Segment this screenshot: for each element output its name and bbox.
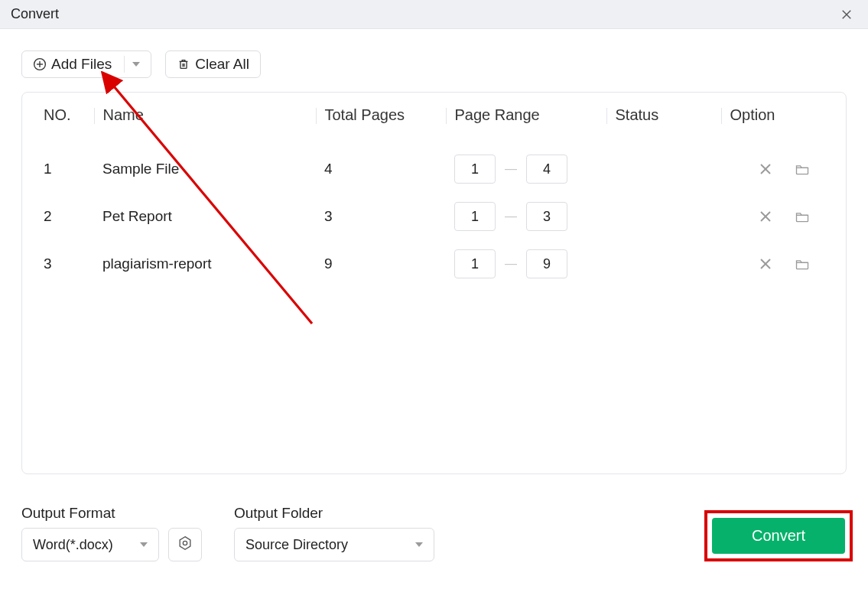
chevron-down-icon	[140, 542, 148, 547]
convert-highlight: Convert	[704, 510, 853, 561]
cell-name: plagiarism-report	[95, 240, 317, 288]
range-dash: —	[505, 210, 517, 223]
page-range-to-input[interactable]	[526, 249, 567, 278]
file-table: NO. Name Total Pages Page Range Status O…	[21, 92, 847, 474]
close-icon[interactable]	[836, 4, 857, 25]
toolbar: Add Files Clear All	[21, 50, 847, 78]
col-header-option: Option	[722, 93, 846, 145]
col-header-no: NO.	[22, 93, 95, 145]
window-title: Convert	[11, 6, 59, 22]
col-header-total-pages: Total Pages	[317, 93, 447, 145]
gear-icon	[177, 535, 193, 555]
open-folder-button[interactable]	[794, 161, 811, 177]
range-dash: —	[505, 257, 517, 271]
cell-total-pages: 3	[317, 193, 447, 240]
open-folder-button[interactable]	[794, 255, 811, 272]
output-folder-value: Source Directory	[245, 537, 405, 553]
cell-total-pages: 4	[317, 145, 447, 193]
col-header-status: Status	[607, 93, 722, 145]
remove-row-button[interactable]	[757, 161, 774, 177]
output-folder-label: Output Folder	[234, 505, 434, 522]
plus-circle-icon	[33, 57, 47, 71]
add-files-label: Add Files	[51, 56, 112, 73]
col-header-name: Name	[95, 93, 317, 145]
svg-marker-16	[180, 536, 190, 549]
cell-no: 3	[22, 240, 95, 288]
titlebar: Convert	[0, 0, 868, 29]
remove-row-button[interactable]	[757, 208, 774, 225]
table-row: 1 Sample File 4 —	[22, 145, 846, 193]
clear-all-button[interactable]: Clear All	[165, 50, 261, 78]
output-format-select[interactable]: Word(*.docx)	[21, 528, 159, 561]
cell-name: Sample File	[95, 145, 317, 193]
table-row: 3 plagiarism-report 9 —	[22, 240, 846, 288]
table-row: 2 Pet Report 3 —	[22, 193, 846, 240]
page-range-from-input[interactable]	[454, 249, 496, 278]
trash-icon	[177, 57, 190, 71]
output-format-value: Word(*.docx)	[33, 537, 129, 553]
page-range-from-input[interactable]	[454, 202, 496, 231]
range-dash: —	[505, 162, 517, 176]
cell-page-range: —	[454, 249, 600, 278]
convert-button-label: Convert	[752, 527, 805, 544]
cell-no: 2	[22, 193, 95, 240]
cell-page-range: —	[454, 202, 600, 231]
output-format-label: Output Format	[21, 505, 202, 522]
output-folder-select[interactable]: Source Directory	[234, 528, 434, 561]
add-files-button[interactable]: Add Files	[21, 50, 151, 78]
cell-name: Pet Report	[95, 193, 317, 240]
open-folder-button[interactable]	[794, 208, 811, 225]
chevron-down-icon	[415, 542, 423, 547]
cell-no: 1	[22, 145, 95, 193]
page-range-from-input[interactable]	[454, 155, 496, 184]
settings-button[interactable]	[168, 528, 202, 561]
clear-all-label: Clear All	[195, 56, 249, 73]
cell-status	[607, 193, 722, 240]
convert-button[interactable]: Convert	[712, 518, 845, 554]
bottom-bar: Output Format Word(*.docx) Output F	[21, 505, 853, 561]
svg-point-17	[183, 541, 187, 545]
page-range-to-input[interactable]	[526, 155, 567, 184]
svg-rect-5	[180, 61, 187, 68]
cell-status	[607, 145, 722, 193]
cell-total-pages: 9	[317, 240, 447, 288]
chevron-down-icon	[132, 62, 140, 67]
remove-row-button[interactable]	[757, 255, 774, 272]
cell-page-range: —	[454, 155, 600, 184]
col-header-page-range: Page Range	[447, 93, 607, 145]
cell-status	[607, 240, 722, 288]
page-range-to-input[interactable]	[526, 202, 567, 231]
